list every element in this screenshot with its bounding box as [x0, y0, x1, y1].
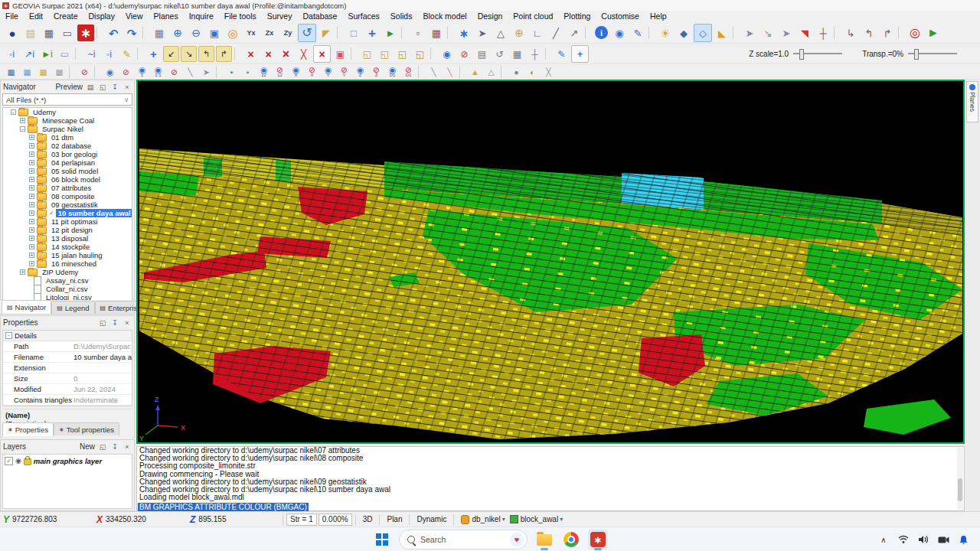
tree-expander-icon[interactable]: - [20, 126, 25, 132]
hide-y-icon[interactable]: ⊘Y [337, 65, 351, 78]
tray-chevron-icon[interactable]: ∧ [877, 533, 890, 546]
tree-item[interactable]: + ✓ 09 geostatistik [3, 201, 132, 209]
shaded-view-icon[interactable]: ◆ [675, 24, 692, 41]
hide-x-icon[interactable]: ⊘X [305, 65, 319, 78]
select-line-icon[interactable]: ╲ [183, 65, 198, 78]
close-string-icon[interactable]: ◱ [412, 46, 428, 62]
redo-icon[interactable]: ↷ [123, 24, 140, 41]
properties-tab[interactable]: ∗ Tool properties [54, 422, 119, 435]
rotate-view-icon[interactable]: ↺ [298, 24, 316, 42]
move-segment-icon[interactable]: ↙ [163, 46, 179, 62]
tree-item[interactable]: + ✓ 04 perlapisan [3, 158, 132, 167]
digitise-arrow-icon[interactable]: ➤ [474, 24, 491, 41]
menu-item[interactable]: Design [472, 11, 508, 22]
triangle-info-icon[interactable]: ►i [39, 46, 55, 62]
show-segment-icon[interactable]: ╲ [426, 65, 441, 78]
cut-copy-icon[interactable]: ▣ [332, 46, 348, 62]
float-panel-icon[interactable]: ◱ [98, 443, 107, 451]
tree-expander-icon[interactable]: + [29, 152, 34, 157]
annotate-icon[interactable]: ✎ [119, 46, 135, 62]
menu-item[interactable]: View [120, 11, 149, 22]
tree-expander-icon[interactable]: + [29, 202, 34, 207]
info-icon[interactable]: i [595, 26, 608, 39]
transparency-slider[interactable] [908, 53, 957, 54]
pin-icon[interactable]: ↧ [110, 443, 119, 451]
tree-expander-icon[interactable]: + [29, 168, 34, 174]
digitise-segment-icon[interactable]: ∟ [529, 24, 546, 41]
string-flag-icon[interactable]: ◥ [796, 24, 813, 41]
string-branch-icon[interactable]: ↰ [861, 24, 877, 41]
show-markers-icon[interactable]: ▪ [224, 65, 239, 78]
digitise-polygon-icon[interactable]: △ [492, 24, 509, 41]
menu-item[interactable]: Inquire [184, 11, 219, 22]
plane-zx-icon[interactable]: Zx [261, 24, 278, 41]
rect-select-icon[interactable]: ▭ [57, 46, 73, 62]
renumber-string-icon[interactable]: ↰ [198, 46, 214, 62]
print-icon[interactable]: ▭ [59, 24, 76, 41]
menu-item[interactable]: Block model [417, 11, 472, 22]
show-strings-icon[interactable]: ◉ [103, 65, 117, 78]
tree-expander-icon[interactable]: + [29, 253, 34, 258]
tree-item[interactable]: + ✓ 14 stockpile [3, 243, 132, 251]
menu-item[interactable]: Create [48, 11, 83, 22]
hide-strings-icon[interactable]: ⊘ [119, 65, 133, 78]
centre-point-icon[interactable]: ◎ [224, 24, 241, 41]
chrome-button[interactable] [561, 530, 581, 549]
run-process-icon[interactable]: ► [925, 24, 942, 41]
move-point-icon[interactable]: + [145, 46, 162, 62]
plan-view-button[interactable]: Plan [382, 515, 407, 523]
z-scale-slider-thumb[interactable] [799, 49, 804, 60]
hide-triangles-icon[interactable]: △ [484, 65, 498, 78]
tree-expander-icon[interactable] [26, 286, 31, 292]
preview-icon[interactable]: ▤ [86, 83, 95, 91]
zoom-in-icon[interactable]: ⊕ [169, 24, 186, 41]
cursor-icon[interactable]: ◤ [318, 24, 335, 41]
tree-expander-icon[interactable]: - [11, 109, 16, 115]
menu-item[interactable]: Display [83, 11, 120, 22]
digitise-line-icon[interactable]: ╱ [547, 24, 564, 41]
layer-checkbox[interactable]: ✓ [5, 457, 13, 465]
reset-graphics-icon[interactable]: ∗ [77, 24, 94, 41]
record-target-icon[interactable]: ◎ [906, 24, 923, 41]
preview-label[interactable]: Preview [55, 83, 83, 91]
tree-expander-icon[interactable]: + [29, 219, 34, 224]
tree-item[interactable]: ✓ Assay_ni.csv [3, 276, 132, 285]
tree-item[interactable]: + ✓ 15 jalan hauling [3, 251, 132, 259]
float-panel-icon[interactable]: ◱ [98, 319, 107, 327]
tree-item[interactable]: + ✓ 01 dtm [3, 133, 132, 142]
grid-pin-icon[interactable]: ▦ [428, 24, 445, 41]
z-scale-slider[interactable] [793, 53, 842, 54]
show-triangles-icon[interactable]: ▲ [468, 65, 482, 78]
delete-all-icon[interactable]: × [313, 45, 331, 63]
notification-bell-icon[interactable] [957, 533, 969, 546]
menu-item[interactable]: Survey [262, 11, 298, 22]
tree-item[interactable]: + ✓ 05 solid model [3, 167, 132, 175]
tree-expander-icon[interactable]: + [29, 227, 34, 233]
pin-icon[interactable]: ↧ [110, 319, 119, 327]
surpac-3d-icon[interactable]: ● [4, 24, 21, 41]
tree-expander-icon[interactable]: + [29, 135, 34, 140]
list-attributes-icon[interactable]: ▤ [474, 46, 490, 62]
new-layer-icon[interactable]: + [571, 45, 589, 63]
new-layer-button[interactable]: New [80, 442, 95, 451]
file-explorer-button[interactable] [534, 530, 554, 549]
show-points-dec-icon[interactable]: ◉1.1 [151, 65, 165, 78]
tree-expander-icon[interactable]: + [29, 185, 34, 191]
log-scrollbar-thumb[interactable] [958, 478, 962, 501]
menu-item[interactable]: Customise [596, 11, 645, 22]
lock-icon[interactable] [24, 458, 31, 465]
delete-range-icon[interactable]: ╳ [296, 46, 312, 62]
select-string-icon[interactable]: ➤ [741, 24, 758, 41]
show-z-icon[interactable]: ◉Z [353, 65, 368, 78]
menu-item[interactable]: File [0, 11, 24, 22]
hide-d1-icon[interactable]: ⊘D1 [401, 65, 416, 78]
tree-item[interactable]: + ✓ 16 minesched [3, 259, 132, 268]
show-hide-points-icon[interactable]: ◉ [439, 46, 455, 62]
properties-tab[interactable]: ∗ Properties [2, 422, 54, 436]
tree-item[interactable]: ✓ Collar_ni.csv [3, 285, 132, 293]
collapse-icon[interactable]: - [5, 332, 12, 339]
gradient-field[interactable]: 0.000% [318, 514, 352, 526]
string-number-field[interactable]: Str = 1 [286, 514, 317, 526]
tree-expander-icon[interactable]: + [20, 269, 25, 275]
tree-expander-icon[interactable]: + [20, 118, 25, 123]
